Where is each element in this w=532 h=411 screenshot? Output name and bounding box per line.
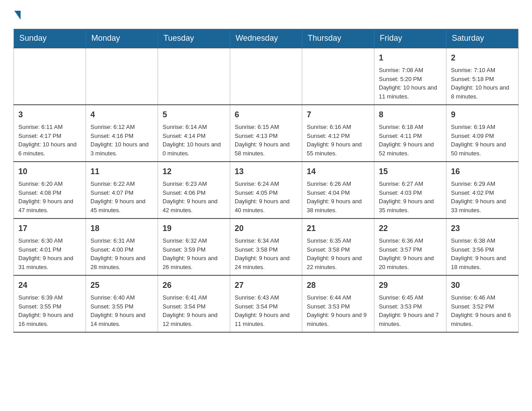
calendar-cell: 1Sunrise: 7:08 AM Sunset: 5:20 PM Daylig…	[374, 48, 446, 105]
calendar-cell: 13Sunrise: 6:24 AM Sunset: 4:05 PM Dayli…	[230, 162, 302, 218]
day-info: Sunrise: 6:40 AM Sunset: 3:55 PM Dayligh…	[90, 293, 153, 328]
day-info: Sunrise: 6:32 AM Sunset: 3:59 PM Dayligh…	[163, 236, 225, 271]
day-info: Sunrise: 6:36 AM Sunset: 3:57 PM Dayligh…	[379, 236, 442, 271]
day-number: 6	[235, 109, 297, 121]
calendar-cell: 12Sunrise: 6:23 AM Sunset: 4:06 PM Dayli…	[158, 162, 230, 218]
calendar-cell: 24Sunrise: 6:39 AM Sunset: 3:55 PM Dayli…	[14, 275, 86, 332]
day-info: Sunrise: 6:34 AM Sunset: 3:58 PM Dayligh…	[235, 236, 297, 271]
calendar-cell: 28Sunrise: 6:44 AM Sunset: 3:53 PM Dayli…	[302, 275, 374, 332]
day-number: 28	[307, 279, 369, 291]
day-number: 17	[18, 223, 81, 235]
day-number: 1	[379, 52, 442, 64]
day-info: Sunrise: 6:23 AM Sunset: 4:06 PM Dayligh…	[163, 180, 225, 214]
day-number: 21	[307, 223, 369, 235]
calendar-week-row: 10Sunrise: 6:20 AM Sunset: 4:08 PM Dayli…	[14, 162, 519, 218]
day-number: 29	[379, 279, 442, 291]
calendar-week-row: 3Sunrise: 6:11 AM Sunset: 4:17 PM Daylig…	[14, 105, 519, 162]
calendar-cell: 14Sunrise: 6:26 AM Sunset: 4:04 PM Dayli…	[302, 162, 374, 218]
calendar-cell: 8Sunrise: 6:18 AM Sunset: 4:11 PM Daylig…	[374, 105, 446, 162]
calendar-table: SundayMondayTuesdayWednesdayThursdayFrid…	[13, 29, 519, 333]
calendar-cell: 20Sunrise: 6:34 AM Sunset: 3:58 PM Dayli…	[230, 218, 302, 275]
day-number: 7	[307, 109, 369, 121]
weekday-header-sunday: Sunday	[14, 29, 86, 48]
calendar-cell: 7Sunrise: 6:16 AM Sunset: 4:12 PM Daylig…	[302, 105, 374, 162]
weekday-header-row: SundayMondayTuesdayWednesdayThursdayFrid…	[14, 29, 519, 48]
day-info: Sunrise: 6:15 AM Sunset: 4:13 PM Dayligh…	[235, 123, 297, 158]
page-header	[13, 9, 519, 20]
calendar-cell: 21Sunrise: 6:35 AM Sunset: 3:58 PM Dayli…	[302, 218, 374, 275]
day-info: Sunrise: 6:18 AM Sunset: 4:11 PM Dayligh…	[379, 123, 442, 158]
day-info: Sunrise: 6:20 AM Sunset: 4:08 PM Dayligh…	[18, 180, 81, 214]
day-info: Sunrise: 6:12 AM Sunset: 4:16 PM Dayligh…	[90, 123, 153, 158]
day-info: Sunrise: 6:41 AM Sunset: 3:54 PM Dayligh…	[163, 293, 225, 328]
day-info: Sunrise: 6:22 AM Sunset: 4:07 PM Dayligh…	[90, 180, 153, 214]
day-number: 2	[451, 52, 514, 64]
calendar-cell	[230, 48, 302, 105]
day-number: 8	[379, 109, 442, 121]
day-info: Sunrise: 6:11 AM Sunset: 4:17 PM Dayligh…	[18, 123, 81, 158]
day-info: Sunrise: 6:29 AM Sunset: 4:02 PM Dayligh…	[451, 180, 514, 214]
day-info: Sunrise: 6:31 AM Sunset: 4:00 PM Dayligh…	[90, 236, 153, 271]
day-number: 18	[90, 223, 153, 235]
day-number: 12	[163, 166, 225, 178]
calendar-cell: 3Sunrise: 6:11 AM Sunset: 4:17 PM Daylig…	[14, 105, 86, 162]
calendar-cell	[158, 48, 230, 105]
day-number: 26	[163, 279, 225, 291]
day-info: Sunrise: 6:43 AM Sunset: 3:54 PM Dayligh…	[235, 293, 297, 328]
calendar-cell: 19Sunrise: 6:32 AM Sunset: 3:59 PM Dayli…	[158, 218, 230, 275]
calendar-cell: 22Sunrise: 6:36 AM Sunset: 3:57 PM Dayli…	[374, 218, 446, 275]
day-info: Sunrise: 6:16 AM Sunset: 4:12 PM Dayligh…	[307, 123, 369, 158]
calendar-cell: 5Sunrise: 6:14 AM Sunset: 4:14 PM Daylig…	[158, 105, 230, 162]
day-number: 13	[235, 166, 297, 178]
calendar-cell: 17Sunrise: 6:30 AM Sunset: 4:01 PM Dayli…	[14, 218, 86, 275]
day-info: Sunrise: 7:08 AM Sunset: 5:20 PM Dayligh…	[379, 66, 442, 101]
day-info: Sunrise: 6:14 AM Sunset: 4:14 PM Dayligh…	[163, 123, 225, 158]
day-info: Sunrise: 6:26 AM Sunset: 4:04 PM Dayligh…	[307, 180, 369, 214]
day-info: Sunrise: 6:38 AM Sunset: 3:56 PM Dayligh…	[451, 236, 514, 271]
day-info: Sunrise: 6:39 AM Sunset: 3:55 PM Dayligh…	[18, 293, 81, 328]
calendar-cell	[86, 48, 158, 105]
day-number: 16	[451, 166, 514, 178]
calendar-cell: 30Sunrise: 6:46 AM Sunset: 3:52 PM Dayli…	[446, 275, 519, 332]
logo	[13, 9, 21, 20]
calendar-cell: 15Sunrise: 6:27 AM Sunset: 4:03 PM Dayli…	[374, 162, 446, 218]
calendar-cell: 16Sunrise: 6:29 AM Sunset: 4:02 PM Dayli…	[446, 162, 519, 218]
day-number: 30	[451, 279, 514, 291]
weekday-header-tuesday: Tuesday	[158, 29, 230, 48]
calendar-cell: 6Sunrise: 6:15 AM Sunset: 4:13 PM Daylig…	[230, 105, 302, 162]
day-info: Sunrise: 6:46 AM Sunset: 3:52 PM Dayligh…	[451, 293, 514, 328]
day-number: 11	[90, 166, 153, 178]
day-number: 23	[451, 223, 514, 235]
weekday-header-thursday: Thursday	[302, 29, 374, 48]
calendar-cell: 10Sunrise: 6:20 AM Sunset: 4:08 PM Dayli…	[14, 162, 86, 218]
calendar-cell: 27Sunrise: 6:43 AM Sunset: 3:54 PM Dayli…	[230, 275, 302, 332]
day-number: 14	[307, 166, 369, 178]
day-number: 20	[235, 223, 297, 235]
calendar-cell: 23Sunrise: 6:38 AM Sunset: 3:56 PM Dayli…	[446, 218, 519, 275]
calendar-cell: 4Sunrise: 6:12 AM Sunset: 4:16 PM Daylig…	[86, 105, 158, 162]
day-number: 15	[379, 166, 442, 178]
day-number: 24	[18, 279, 81, 291]
day-info: Sunrise: 6:24 AM Sunset: 4:05 PM Dayligh…	[235, 180, 297, 214]
calendar-cell	[302, 48, 374, 105]
calendar-cell: 29Sunrise: 6:45 AM Sunset: 3:53 PM Dayli…	[374, 275, 446, 332]
day-number: 3	[18, 109, 81, 121]
day-number: 9	[451, 109, 514, 121]
day-info: Sunrise: 7:10 AM Sunset: 5:18 PM Dayligh…	[451, 66, 514, 101]
day-info: Sunrise: 6:30 AM Sunset: 4:01 PM Dayligh…	[18, 236, 81, 271]
day-number: 10	[18, 166, 81, 178]
calendar-week-row: 1Sunrise: 7:08 AM Sunset: 5:20 PM Daylig…	[14, 48, 519, 105]
day-number: 22	[379, 223, 442, 235]
weekday-header-friday: Friday	[374, 29, 446, 48]
weekday-header-wednesday: Wednesday	[230, 29, 302, 48]
calendar-cell: 9Sunrise: 6:19 AM Sunset: 4:09 PM Daylig…	[446, 105, 519, 162]
day-info: Sunrise: 6:27 AM Sunset: 4:03 PM Dayligh…	[379, 180, 442, 214]
weekday-header-saturday: Saturday	[446, 29, 519, 48]
calendar-cell: 2Sunrise: 7:10 AM Sunset: 5:18 PM Daylig…	[446, 48, 519, 105]
day-info: Sunrise: 6:45 AM Sunset: 3:53 PM Dayligh…	[379, 293, 442, 328]
day-number: 4	[90, 109, 153, 121]
day-number: 27	[235, 279, 297, 291]
day-number: 5	[163, 109, 225, 121]
day-number: 19	[163, 223, 225, 235]
calendar-cell	[14, 48, 86, 105]
